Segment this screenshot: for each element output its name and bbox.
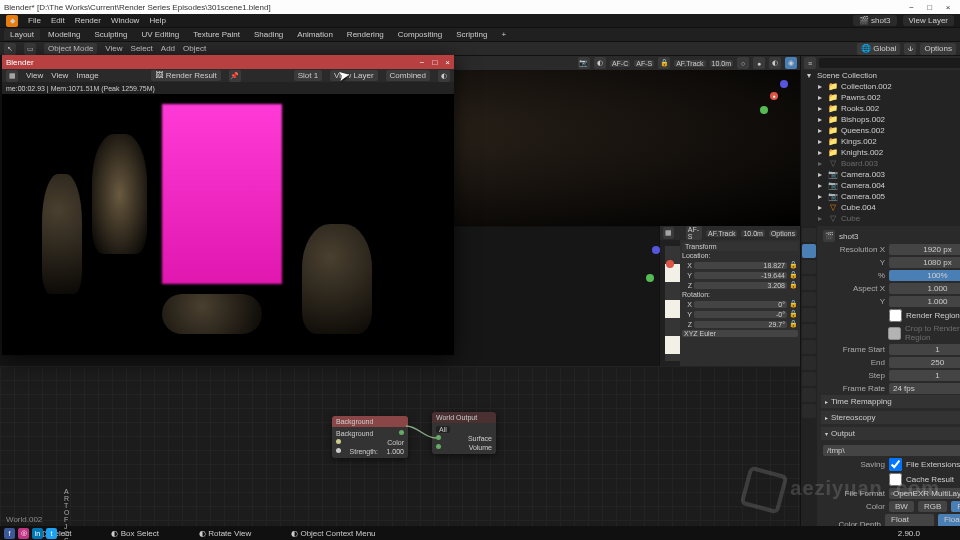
outliner-row[interactable]: ▸▽Board.003👁📷 — [801, 158, 960, 169]
workspace-uv[interactable]: UV Editing — [135, 29, 185, 40]
render-pin-icon[interactable]: 📌 — [229, 70, 241, 82]
prop-tab-output[interactable] — [802, 244, 816, 258]
workspace-add[interactable]: + — [495, 29, 512, 40]
res-pct[interactable]: 100% — [889, 270, 960, 281]
vp-focus-distance[interactable]: 10.0m — [710, 60, 733, 67]
workspace-animation[interactable]: Animation — [291, 29, 339, 40]
select-tool-icon[interactable]: ▭ — [24, 43, 36, 55]
workspace-layout[interactable]: Layout — [4, 29, 40, 40]
rot-mode[interactable]: XYZ Euler — [682, 330, 798, 337]
vp2-options[interactable]: Options — [769, 230, 797, 237]
vp-track-lock-icon[interactable]: 🔒 — [658, 57, 670, 69]
render-menu-view[interactable]: View — [26, 71, 43, 80]
prop-tab-viewlayer[interactable] — [802, 260, 816, 274]
vp-menu-select[interactable]: Select — [131, 44, 153, 53]
prop-tab-data[interactable] — [802, 388, 816, 402]
outliner-expand-icon[interactable]: ▸ — [815, 214, 825, 223]
maximize-button[interactable]: □ — [922, 3, 938, 12]
aspect-y[interactable]: 1.000 — [889, 296, 960, 307]
outliner-row[interactable]: ▸📷Camera.004👁📷 — [801, 180, 960, 191]
shader-editor[interactable]: Background Background Color Strength:1.0… — [0, 366, 800, 526]
outliner-row[interactable]: ▸▽Cube👁📷 — [801, 213, 960, 224]
outliner-row[interactable]: ▸📁Rooks.002👁📷 — [801, 103, 960, 114]
color-rgba[interactable]: RGBA — [951, 501, 960, 512]
prop-tab-material[interactable] — [802, 404, 816, 418]
vp-menu-object[interactable]: Object — [183, 44, 206, 53]
sec-output[interactable]: Output — [821, 427, 960, 440]
nav-gizmo[interactable]: ● — [754, 76, 794, 116]
outliner-expand-icon[interactable]: ▸ — [815, 148, 825, 157]
output-path[interactable]: /tmp\ — [823, 445, 960, 456]
outliner-row[interactable]: ▸▽Cube.004👁📷 — [801, 202, 960, 213]
menu-help[interactable]: Help — [149, 16, 165, 25]
outliner-expand-icon[interactable]: ▸ — [815, 126, 825, 135]
prop-tab-scene[interactable] — [802, 276, 816, 290]
render-close-button[interactable]: × — [445, 58, 450, 67]
workspace-texpaint[interactable]: Texture Paint — [187, 29, 246, 40]
outliner-scene-collection[interactable]: ▾Scene Collection — [801, 70, 960, 81]
scene-selector[interactable]: 🎬 shot3 — [853, 15, 897, 26]
render-region-check[interactable] — [889, 309, 902, 322]
image-editor-type-icon[interactable]: ▦ — [6, 70, 18, 82]
mode-select[interactable]: Object Mode — [44, 43, 97, 54]
node-world-output[interactable]: World Output All Surface Volume — [432, 412, 496, 454]
fps-value[interactable]: 24 fps — [889, 383, 960, 394]
outliner-expand-icon[interactable]: ▸ — [815, 181, 825, 190]
depth-half[interactable]: Float (Half) — [885, 514, 934, 526]
render-result-datablock[interactable]: 🖼 Render Result — [151, 70, 220, 81]
outliner-row[interactable]: ▸📁Queens.002👁📷 — [801, 125, 960, 136]
vp-afs-button[interactable]: AF-S — [634, 60, 654, 67]
outliner-expand-icon[interactable]: ▸ — [815, 115, 825, 124]
prop-tab-object[interactable] — [802, 308, 816, 322]
render-pass[interactable]: Combined — [386, 70, 430, 81]
outliner-expand-icon[interactable]: ▸ — [815, 159, 825, 168]
close-button[interactable]: × — [940, 3, 956, 12]
loc-x[interactable]: 18.827 — [694, 262, 787, 269]
vp-camera-icon[interactable]: 📷 — [578, 57, 590, 69]
workspace-modeling[interactable]: Modeling — [42, 29, 86, 40]
aspect-x[interactable]: 1.000 — [889, 283, 960, 294]
snap-icon[interactable]: ⫝ — [904, 43, 916, 55]
loc-z[interactable]: 3.208 — [694, 282, 787, 289]
outliner-expand-icon[interactable]: ▸ — [815, 104, 825, 113]
node-background[interactable]: Background Background Color Strength:1.0… — [332, 416, 408, 458]
rot-x[interactable]: 0° — [694, 301, 787, 308]
render-max-button[interactable]: □ — [432, 58, 437, 67]
outliner-row[interactable]: ▸📁Collection.002👁📷 — [801, 81, 960, 92]
frame-step[interactable]: 1 — [889, 370, 960, 381]
menu-render[interactable]: Render — [75, 16, 101, 25]
frame-end[interactable]: 250 — [889, 357, 960, 368]
outliner-expand-icon[interactable]: ▸ — [815, 93, 825, 102]
shading-solid-icon[interactable]: ● — [753, 57, 765, 69]
outliner-expand-icon[interactable]: ▸ — [815, 203, 825, 212]
outliner-row[interactable]: ▸📁Knights.002👁📷 — [801, 147, 960, 158]
outliner-row[interactable]: ▸📷Camera.005👁📷 — [801, 191, 960, 202]
outliner-search[interactable] — [819, 58, 960, 68]
sec-time-remap[interactable]: Time Remapping — [821, 395, 960, 408]
menu-window[interactable]: Window — [111, 16, 139, 25]
prop-tab-world[interactable] — [802, 292, 816, 306]
prop-tab-particles[interactable] — [802, 340, 816, 354]
viewlayer-selector[interactable]: View Layer — [903, 15, 954, 26]
shading-rendered-icon[interactable]: ◉ — [785, 57, 797, 69]
prop-tab-render[interactable] — [802, 228, 816, 242]
outliner-expand-icon[interactable]: ▸ — [815, 192, 825, 201]
prop-tab-constraint[interactable] — [802, 372, 816, 386]
outliner-type-icon[interactable]: ≡ — [804, 57, 816, 69]
render-channels-icon[interactable]: ◐ — [438, 70, 450, 82]
outliner-row[interactable]: ▸📁Kings.002👁📷 — [801, 136, 960, 147]
vp2-afs-button[interactable]: AF-S — [686, 226, 702, 240]
cursor-tool-icon[interactable]: ↖ — [4, 43, 16, 55]
render-menu-image[interactable]: Image — [76, 71, 98, 80]
render-slot[interactable]: Slot 1 — [294, 70, 322, 81]
vp-menu-view[interactable]: View — [105, 44, 122, 53]
frame-start[interactable]: 1 — [889, 344, 960, 355]
menu-edit[interactable]: Edit — [51, 16, 65, 25]
rot-y[interactable]: -0° — [694, 311, 787, 318]
render-min-button[interactable]: − — [420, 58, 425, 67]
render-image[interactable] — [2, 94, 454, 355]
prop-tab-modifier[interactable] — [802, 324, 816, 338]
viewport-top-view[interactable]: ▦ AF-S AF.Track 10.0m Options — [659, 226, 800, 366]
options-button[interactable]: Options — [920, 43, 956, 55]
vp-dof-icon[interactable]: ◐ — [594, 57, 606, 69]
